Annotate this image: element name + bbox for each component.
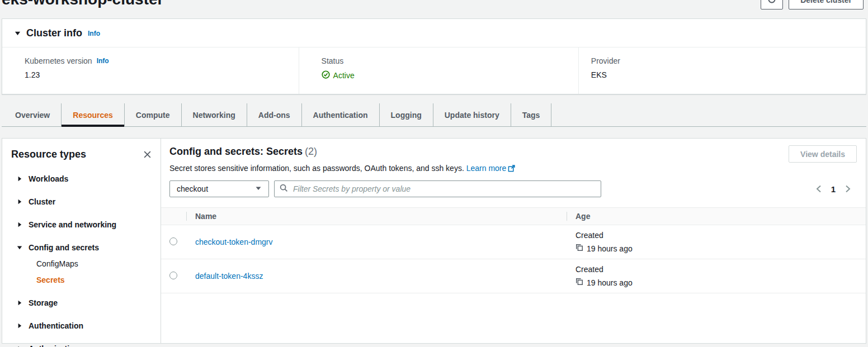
sidebar-item-storage[interactable]: Storage [11,298,153,307]
sidebar-item-label: Config and secrets [29,243,99,252]
tab-add-ons[interactable]: Add-ons [247,103,301,126]
chevron-down-icon [255,184,262,193]
sidebar-title: Resource types [11,149,86,160]
status-value: Active [333,71,355,80]
dropdown-selected-value: checkout [177,184,208,193]
secrets-table: Name Age checkout-token-dmgrv Created 19… [161,207,866,293]
caret-right-icon [17,174,22,183]
caret-right-icon [17,220,22,229]
external-link-icon [508,165,515,174]
sidebar-item-label: Cluster [29,197,55,206]
tab-overview[interactable]: Overview [4,103,61,126]
sidebar-item-label: Workloads [29,174,68,183]
refresh-icon [767,0,776,6]
provider-value: EKS [591,70,866,79]
age-value: 19 hours ago [587,278,633,287]
search-input[interactable] [292,184,596,194]
row-radio-button[interactable] [169,272,177,279]
sidebar-item-authentication[interactable]: Authentication [11,321,153,330]
tab-resources[interactable]: Resources [61,103,124,126]
status-label: Status [322,56,344,65]
cluster-info-panel: Cluster info Info Kubernetes version Inf… [2,18,866,94]
copy-icon [575,244,583,253]
secret-name-link[interactable]: default-token-4kssz [195,272,263,281]
caret-right-icon [17,197,22,206]
caret-right-icon [17,344,22,347]
refresh-button[interactable] [761,0,783,9]
config-and-secrets-children: ConfigMaps Secrets [11,259,153,284]
age-created-label: Created [575,265,857,274]
secrets-search-box [274,180,601,197]
close-icon [143,152,152,160]
sidebar-item-cluster[interactable]: Cluster [11,197,153,206]
provider-label: Provider [591,56,620,65]
sidebar-item-service-and-networking[interactable]: Service and networking [11,220,153,229]
age-created-label: Created [575,231,857,240]
secrets-count: (2) [305,146,317,157]
age-column-header: Age [567,208,866,225]
close-sidebar-button[interactable] [142,149,153,160]
page-header: eks-workshop-cluster Delete cluster [2,0,864,10]
field-kubernetes-version: Kubernetes version Info 1.23 [2,47,299,94]
collapse-caret-icon[interactable] [15,29,21,38]
sidebar-item-workloads[interactable]: Workloads [11,174,153,183]
search-icon [280,184,288,194]
filter-property-dropdown[interactable]: checkout [169,180,269,197]
age-value: 19 hours ago [587,244,633,253]
sidebar-item-authorization[interactable]: Authorization [11,344,153,347]
name-column-header: Name [186,208,567,225]
kubernetes-version-label: Kubernetes version [25,56,92,65]
secret-name-link[interactable]: checkout-token-dmgrv [195,237,273,246]
tab-tags[interactable]: Tags [511,103,552,126]
table-row: default-token-4kssz Created 19 hours ago [161,259,866,293]
sidebar-item-config-and-secrets[interactable]: Config and secrets [11,243,153,252]
delete-cluster-button[interactable]: Delete cluster [789,0,864,9]
check-circle-icon [322,70,330,80]
secrets-description: Secret stores sensitive information, suc… [169,164,464,173]
table-header-row: Name Age [161,208,866,225]
resources-content: Resource types Workloads Cluster Service… [2,138,866,344]
status-badge: Active [322,70,578,80]
tab-update-history[interactable]: Update history [433,103,511,126]
secrets-panel-title: Config and secrets: Secrets [169,146,303,157]
secrets-panel: Config and secrets: Secrets (2) View det… [161,138,866,344]
current-page-number: 1 [831,184,836,194]
pagination: 1 [815,184,859,194]
next-page-button[interactable] [845,185,851,193]
tab-logging[interactable]: Logging [379,103,433,126]
resource-types-sidebar: Resource types Workloads Cluster Service… [2,138,161,344]
cluster-info-info-link[interactable]: Info [88,30,100,37]
field-status: Status Active [299,47,578,94]
caret-right-icon [17,321,22,330]
sidebar-item-secrets[interactable]: Secrets [36,275,153,284]
cluster-info-header[interactable]: Cluster info Info [2,19,866,47]
previous-page-button[interactable] [815,185,822,193]
learn-more-link[interactable]: Learn more [466,164,516,173]
copy-icon [575,278,583,287]
sidebar-item-label: Service and networking [29,220,116,229]
header-actions: Delete cluster [761,0,864,9]
cluster-info-body: Kubernetes version Info 1.23 Status Acti… [2,47,866,94]
selection-column-header [161,208,186,225]
tab-authentication[interactable]: Authentication [301,103,379,126]
tab-compute[interactable]: Compute [124,103,181,126]
filter-row: checkout 1 [161,174,866,197]
caret-right-icon [17,298,22,307]
row-radio-button[interactable] [169,237,177,245]
tab-networking[interactable]: Networking [181,103,247,126]
table-row: checkout-token-dmgrv Created 19 hours ag… [161,225,866,259]
sidebar-item-label: Authorization [29,344,79,347]
field-provider: Provider EKS [578,47,866,94]
kubernetes-version-info-link[interactable]: Info [97,57,109,65]
sidebar-item-label: Storage [29,298,58,307]
caret-down-icon [17,243,22,252]
cluster-info-title: Cluster info [26,27,82,39]
sidebar-item-configmaps[interactable]: ConfigMaps [36,259,153,268]
cluster-tabs: Overview Resources Compute Networking Ad… [2,103,866,127]
page-title: eks-workshop-cluster [2,0,163,8]
sidebar-item-label: Authentication [29,321,83,330]
kubernetes-version-value: 1.23 [25,70,299,79]
secrets-description-row: Secret stores sensitive information, suc… [161,158,866,174]
view-details-button[interactable]: View details [789,145,857,163]
